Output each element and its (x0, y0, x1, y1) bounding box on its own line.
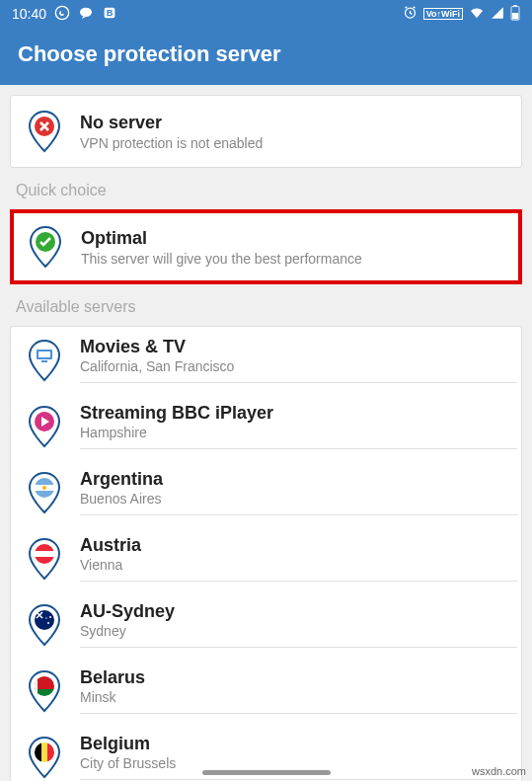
whatsapp-icon (54, 5, 70, 24)
server-item[interactable]: AU-SydneySydney (23, 591, 521, 658)
svg-point-24 (47, 622, 49, 624)
app-bar: Choose protection server (0, 28, 532, 85)
alarm-icon (403, 5, 418, 23)
server-text: ArgentinaBuenos Aires (80, 469, 517, 515)
server-text: AU-SydneySydney (80, 601, 517, 648)
server-title: Streaming BBC iPlayer (80, 403, 517, 424)
server-title: AU-Sydney (80, 601, 517, 622)
optimal-subtitle: This server will give you the best perfo… (81, 251, 362, 267)
server-text: AustriaVienna (80, 535, 517, 582)
server-item[interactable]: Movies & TVCalifornia, San Francisco (23, 327, 521, 393)
svg-rect-21 (35, 551, 54, 557)
server-item[interactable]: AustriaVienna (23, 525, 521, 591)
svg-point-18 (42, 486, 46, 490)
svg-point-26 (45, 617, 46, 618)
no-server-title: No server (80, 113, 263, 133)
svg-point-0 (55, 6, 68, 19)
server-subtitle: Vienna (80, 557, 517, 573)
vowifi-badge: Vo↑WiFi (423, 8, 463, 20)
server-subtitle: Sydney (80, 623, 517, 639)
server-text: BelarusMinsk (80, 667, 517, 714)
optimal-text: Optimal This server will give you the be… (81, 228, 362, 267)
status-left: 10:40 B (12, 5, 117, 24)
signal-icon (491, 6, 504, 23)
svg-rect-6 (513, 5, 516, 7)
optimal-card[interactable]: Optimal This server will give you the be… (10, 209, 522, 284)
battery-icon (510, 5, 520, 24)
svg-text:B: B (107, 8, 114, 18)
server-subtitle: Minsk (80, 689, 517, 705)
server-pin-icon (27, 669, 62, 713)
server-text: Streaming BBC iPlayerHampshire (80, 403, 517, 449)
status-right: Vo↑WiFi (403, 5, 520, 24)
server-pin-icon (27, 405, 62, 448)
no-server-icon (27, 110, 62, 153)
server-title: Belgium (80, 734, 517, 754)
server-pin-icon (27, 736, 62, 779)
page-title: Choose protection server (18, 41, 281, 66)
server-item[interactable]: Streaming BBC iPlayerHampshire (23, 393, 521, 459)
status-bar: 10:40 B Vo↑WiFi (0, 0, 532, 28)
server-title: Argentina (80, 469, 517, 490)
nav-handle[interactable] (202, 770, 331, 775)
no-server-text: No server VPN protection is not enabled (80, 113, 263, 151)
status-time: 10:40 (12, 6, 46, 22)
server-title: Austria (80, 535, 517, 556)
watermark: wsxdn.com (472, 765, 526, 777)
server-pin-icon (27, 537, 62, 581)
svg-point-1 (80, 7, 92, 16)
svg-rect-33 (41, 742, 47, 762)
server-title: Belarus (80, 667, 517, 688)
server-subtitle: Hampshire (80, 425, 517, 440)
server-subtitle: City of Brussels (80, 755, 517, 771)
server-item[interactable]: BelarusMinsk (23, 658, 521, 724)
server-subtitle: Buenos Aires (80, 491, 517, 507)
server-pin-icon (27, 603, 62, 647)
available-servers-header: Available servers (10, 284, 522, 326)
server-list: Movies & TVCalifornia, San FranciscoStre… (10, 326, 522, 781)
notification-icon: B (102, 5, 117, 24)
svg-rect-11 (38, 351, 50, 357)
svg-point-25 (49, 616, 51, 618)
svg-rect-7 (512, 13, 518, 19)
quick-choice-header: Quick choice (10, 168, 522, 209)
server-title: Movies & TV (80, 337, 517, 357)
server-pin-icon (27, 339, 62, 382)
server-pin-icon (27, 471, 62, 514)
server-subtitle: California, San Francisco (80, 358, 517, 374)
message-icon (78, 5, 94, 24)
svg-rect-12 (41, 360, 47, 362)
no-server-card[interactable]: No server VPN protection is not enabled (10, 95, 522, 168)
server-text: Movies & TVCalifornia, San Francisco (80, 337, 517, 383)
optimal-icon (28, 225, 63, 269)
wifi-icon (469, 6, 485, 23)
no-server-subtitle: VPN protection is not enabled (80, 135, 263, 151)
optimal-title: Optimal (81, 228, 362, 249)
server-item[interactable]: ArgentinaBuenos Aires (23, 459, 521, 525)
